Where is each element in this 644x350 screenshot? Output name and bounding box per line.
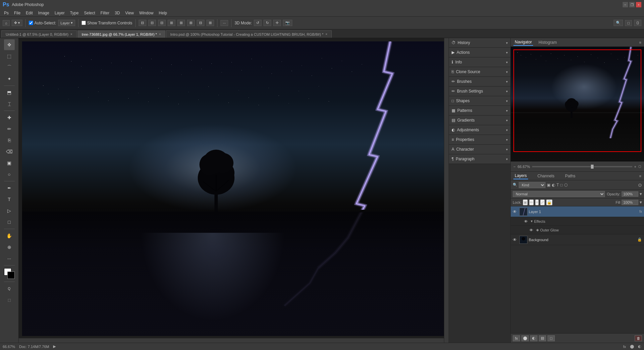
menu-3d[interactable]: 3D [112,10,122,16]
hand-button[interactable]: ✋ [4,230,15,241]
zoom-button[interactable]: ⊕ [4,242,15,252]
lock-all-button[interactable]: 🔒 [546,199,552,205]
background-color[interactable] [7,272,15,279]
patterns-header[interactable]: ▦ Patterns ▾ [449,106,510,115]
more-options-button[interactable]: ··· [220,20,228,26]
layer1-effects-item[interactable]: 👁 ▾ Effects [511,217,644,226]
outer-glow-eye-icon[interactable]: 👁 [529,228,535,232]
layer-item-background[interactable]: 👁 Background 🔒 [511,234,644,245]
brushes-header[interactable]: ✏ Brushes ▾ [449,77,510,86]
lock-position-button[interactable]: ✏ [529,199,534,205]
layer1-outer-glow-item[interactable]: 👁 ◈ Outer Glow [511,226,644,234]
path-select-button[interactable]: ▷ [4,205,15,216]
rotate-3d-button[interactable]: ↺ [254,20,262,26]
show-transform-checkbox[interactable] [82,21,86,25]
filter-type-button[interactable]: T [556,183,559,187]
screen-mode-button[interactable]: ⬚ [4,295,15,305]
horizontal-scrollbar[interactable] [19,338,444,343]
new-fill-layer-button[interactable]: ◐ [530,335,537,341]
zoom-thumb[interactable] [591,165,594,169]
new-group-button[interactable]: ▤ [539,335,546,341]
align-bottom-button[interactable]: ⊞ [187,20,195,26]
menu-filter[interactable]: Filter [98,10,112,16]
filter-toggle-button[interactable]: ⊙ [638,182,642,188]
dodge-button[interactable]: ○ [4,169,15,180]
tab-intro-close[interactable]: × [325,32,327,36]
clone-stamp-button[interactable]: ⎘ [4,135,15,146]
zoom-expand-icon[interactable]: ⬡ [638,165,641,168]
adjustments-header[interactable]: ◐ Adjustments ▾ [449,125,510,135]
move-tool-button[interactable]: ✥ [4,39,15,50]
menu-type[interactable]: Type [67,10,81,16]
minimize-panels-button[interactable]: ⟨⟩ [634,20,641,26]
3d-axis-button[interactable]: ✛ [273,20,281,26]
menu-view[interactable]: View [123,10,137,16]
3d-camera-button[interactable]: 📷 [283,20,292,26]
menu-select[interactable]: Select [81,10,98,16]
rectangular-marquee-button[interactable]: ⬚ [4,51,15,61]
bottom-fx-icon[interactable]: fx [623,345,626,349]
tab-untitled[interactable]: Untitled-1 @ 67.5% (Layer 0, RGB/8#) × [1,30,77,38]
histogram-tab[interactable]: Histogram [537,39,558,45]
effects-eye-icon[interactable]: 👁 [524,219,529,223]
align-top-button[interactable]: ⊞ [168,20,175,26]
minimize-button[interactable]: − [623,2,628,7]
workspace-button[interactable]: □ [625,20,632,26]
distribute-h-button[interactable]: ⊟ [197,20,204,26]
tab-tree-close[interactable]: × [159,32,161,36]
gradients-header[interactable]: ▤ Gradients ▾ [449,116,510,125]
add-mask-button[interactable]: ⬤ [521,335,529,341]
quick-mask-button[interactable]: Q [4,283,15,294]
background-visibility-icon[interactable]: 👁 [513,237,518,242]
zoom-slider[interactable] [532,166,632,167]
effects-expand-icon[interactable]: ▾ [531,219,533,223]
properties-header[interactable]: ≡ Properties ▾ [449,135,510,144]
menu-file[interactable]: File [11,10,23,16]
vertical-scrollbar[interactable] [444,38,449,343]
healing-brush-button[interactable]: ✚ [4,112,15,123]
menu-window[interactable]: Window [137,10,156,16]
channels-tab[interactable]: Channels [536,173,556,179]
layer-select-dropdown[interactable]: Layer ▾ [58,20,75,26]
move-mode-button[interactable]: ✥ ▾ [12,20,22,26]
brush-button[interactable]: ✏ [4,124,15,134]
status-arrow[interactable]: ▶ [53,344,56,349]
align-left-button[interactable]: ⊟ [139,20,146,26]
clone-source-header[interactable]: ⎘ Clone Source ▾ [449,67,510,76]
opacity-input[interactable] [622,191,638,197]
filter-shape-button[interactable]: □ [560,183,562,187]
pen-button[interactable]: ✒ [4,183,15,193]
tab-intro[interactable]: Intro.psd @ 100% (Photoshop Tutorial - C… [166,30,332,38]
lock-artboards-button[interactable]: + [535,199,539,205]
gradient-button[interactable]: ▣ [4,158,15,168]
zoom-minus-icon[interactable]: − [513,165,515,169]
restore-button[interactable]: ❐ [629,2,635,7]
auto-select-checkbox[interactable] [29,21,33,25]
magic-wand-button[interactable]: ✦ [4,73,15,84]
blend-mode-select[interactable]: Normal Dissolve Multiply Screen Overlay [513,191,605,197]
menu-image[interactable]: Image [35,10,52,16]
navigator-tab[interactable]: Navigator [513,39,533,46]
home-button[interactable]: ⌂ [3,20,10,26]
info-header[interactable]: ℹ Info ▾ [449,57,510,67]
layers-tab[interactable]: Layers [513,173,528,179]
lock-move-button[interactable]: ⤢ [540,199,545,205]
menu-help[interactable]: Help [156,10,170,16]
menu-layer[interactable]: Layer [52,10,67,16]
layer1-fx-badge[interactable]: fx [639,210,642,213]
crop-button[interactable]: ⬒ [4,87,15,98]
paths-tab[interactable]: Paths [564,173,577,179]
add-fx-button[interactable]: fx [513,335,520,341]
zoom-plus-icon[interactable]: + [634,165,636,169]
lock-pixels-button[interactable]: ▣ [523,199,528,205]
menu-ps[interactable]: Ps [1,10,11,16]
align-right-button[interactable]: ⊟ [158,20,166,26]
close-button[interactable]: × [636,2,641,7]
layer-item-layer1[interactable]: 👁 Layer 1 fx [511,206,644,217]
tab-tree[interactable]: tree-736881.jpg @ 66.7% (Layer 1, RGB/8#… [77,30,165,38]
reset-3d-button[interactable]: ↻ [264,20,271,26]
history-header[interactable]: ⏱ History ▾ [449,38,510,47]
eyedropper-button[interactable]: ⌶ [4,99,15,109]
more-tools-button[interactable]: ··· [4,253,15,264]
align-middle-button[interactable]: ⊞ [177,20,185,26]
